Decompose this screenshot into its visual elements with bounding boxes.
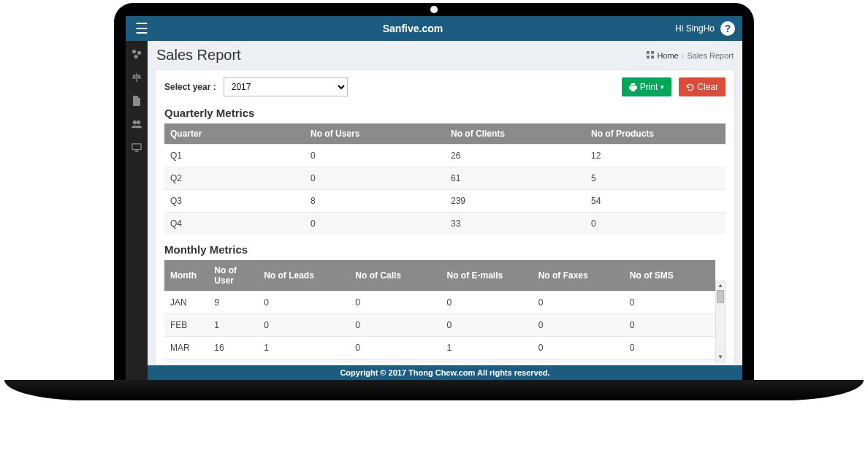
scrollbar-vertical[interactable]: ▲ ▼ xyxy=(715,281,726,362)
print-label: Print xyxy=(640,82,658,92)
topbar: ☰ Sanfive.com Hi SingHo ? xyxy=(126,16,742,41)
svg-rect-8 xyxy=(647,56,650,58)
m-col-leads: No of Leads xyxy=(258,260,349,292)
monthly-scroll-area: Month No of User No of Leads No of Calls… xyxy=(164,260,726,362)
brand-title: Sanfive.com xyxy=(151,23,675,34)
balance-icon[interactable] xyxy=(128,69,145,86)
q-col-products: No of Products xyxy=(585,123,726,145)
monitor-icon[interactable] xyxy=(128,139,145,156)
scroll-thumb[interactable] xyxy=(717,290,724,303)
refresh-icon xyxy=(686,83,694,91)
breadcrumb: Home › Sales Report xyxy=(647,51,734,60)
m-col-user: No of User xyxy=(208,260,258,292)
dashboard-icon[interactable] xyxy=(128,45,145,63)
footer-text: Copyright © 2017 Thong Chew.com All righ… xyxy=(340,368,549,377)
scroll-up-icon[interactable]: ▲ xyxy=(717,281,723,290)
users-icon[interactable] xyxy=(128,115,145,133)
table-row: Q3823954 xyxy=(164,190,726,213)
camera-dot xyxy=(430,6,438,13)
content: Sales Report Home › Sales Report Se xyxy=(148,41,742,380)
screen: ☰ Sanfive.com Hi SingHo ? xyxy=(126,16,742,380)
svg-rect-9 xyxy=(652,56,655,58)
print-button[interactable]: Print xyxy=(622,77,672,96)
m-col-faxes: No of Faxes xyxy=(533,260,624,292)
m-col-emails: No of E-mails xyxy=(441,260,532,292)
clear-button[interactable]: Clear xyxy=(679,77,726,96)
page-header: Sales Report Home › Sales Report xyxy=(148,41,742,66)
dashboard-mini-icon xyxy=(647,51,654,60)
q-col-users: No of Users xyxy=(305,123,445,145)
controls-row: Select year : 2017 Print Cle xyxy=(164,77,726,96)
table-row: Q40330 xyxy=(164,213,726,235)
quarterly-title: Quarterly Metrics xyxy=(164,107,726,119)
footer: Copyright © 2017 Thong Chew.com All righ… xyxy=(148,365,742,380)
table-row: APR210000 xyxy=(164,359,715,363)
laptop-bezel: ☰ Sanfive.com Hi SingHo ? xyxy=(114,3,754,380)
monthly-table: Month No of User No of Leads No of Calls… xyxy=(164,260,715,362)
laptop-base xyxy=(4,380,864,400)
svg-point-4 xyxy=(137,121,140,124)
table-row: Q20615 xyxy=(164,167,726,190)
print-icon xyxy=(629,83,637,91)
table-row: Q102612 xyxy=(164,145,726,167)
svg-rect-7 xyxy=(652,51,655,54)
q-col-clients: No of Clients xyxy=(445,123,585,145)
svg-point-0 xyxy=(132,50,136,53)
help-icon[interactable]: ? xyxy=(720,21,735,36)
user-greeting: Hi SingHo xyxy=(675,23,715,34)
page-title: Sales Report xyxy=(156,47,241,64)
svg-point-1 xyxy=(137,51,141,55)
svg-rect-6 xyxy=(647,51,650,54)
monthly-title: Monthly Metrics xyxy=(164,243,726,256)
clear-label: Clear xyxy=(697,82,718,92)
quarterly-table: Quarter No of Users No of Clients No of … xyxy=(164,123,726,235)
breadcrumb-home[interactable]: Home xyxy=(657,51,678,60)
m-col-calls: No of Calls xyxy=(349,260,441,292)
laptop-frame: ☰ Sanfive.com Hi SingHo ? xyxy=(114,3,754,400)
year-select[interactable]: 2017 xyxy=(224,77,348,96)
breadcrumb-current: Sales Report xyxy=(687,51,734,60)
sidebar xyxy=(126,41,148,380)
scroll-track[interactable] xyxy=(716,290,725,353)
svg-rect-5 xyxy=(132,144,141,150)
scroll-down-icon[interactable]: ▼ xyxy=(717,353,723,362)
svg-point-3 xyxy=(133,121,137,124)
q-col-quarter: Quarter xyxy=(164,123,305,145)
body: Sales Report Home › Sales Report Se xyxy=(126,41,742,380)
m-col-month: Month xyxy=(164,260,208,292)
svg-point-2 xyxy=(134,55,138,58)
document-icon[interactable] xyxy=(128,92,145,110)
table-row: FEB100000 xyxy=(164,314,715,337)
table-row: JAN900000 xyxy=(164,292,715,314)
m-col-sms: No of SMS xyxy=(624,260,715,292)
select-year-label: Select year : xyxy=(164,82,216,92)
menu-hamburger-icon[interactable]: ☰ xyxy=(133,20,151,37)
breadcrumb-sep: › xyxy=(682,51,685,60)
main-panel: Select year : 2017 Print Cle xyxy=(155,69,735,365)
table-row: MAR1610100 xyxy=(164,337,715,359)
